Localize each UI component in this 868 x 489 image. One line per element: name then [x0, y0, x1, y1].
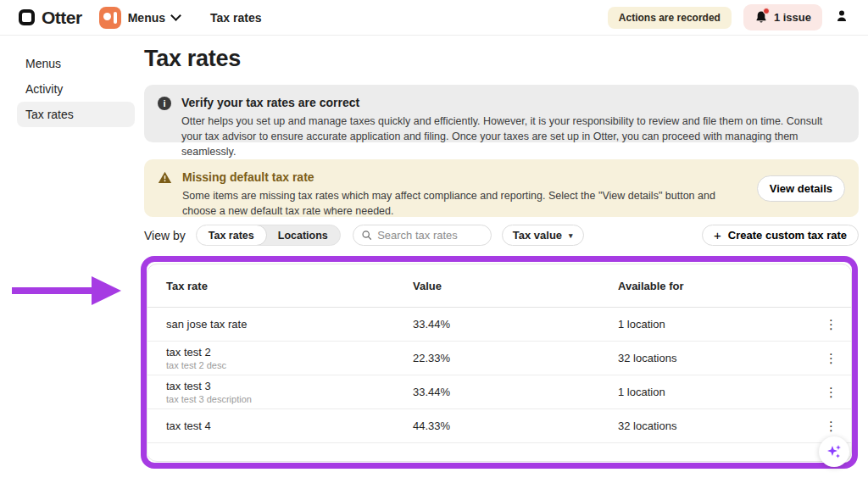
segment-tax-rates[interactable]: Tax rates: [196, 225, 267, 246]
sparkles-icon: [825, 442, 843, 461]
search-icon: [362, 230, 371, 241]
tax-rate-value: 44.33%: [413, 420, 618, 432]
view-by-label: View by: [144, 229, 186, 242]
table-footer-spacer: [147, 443, 851, 461]
actions-recorded-badge: Actions are recorded: [608, 7, 732, 29]
tax-rate-name: tax test 3: [166, 380, 413, 392]
row-kebab-menu-icon[interactable]: ⋮: [820, 416, 843, 436]
table-header-row: Tax rate Value Available for: [147, 264, 851, 308]
row-kebab-menu-icon[interactable]: ⋮: [820, 314, 843, 334]
tax-rate-name: tax test 4: [166, 420, 413, 432]
tax-rate-available: 1 location: [618, 318, 817, 331]
tax-rate-value: 33.44%: [413, 318, 618, 331]
warning-banner: Missing default tax rate Some items are …: [144, 159, 859, 217]
app-window: Otter Menus Tax rates Actions are record…: [0, 0, 868, 489]
info-banner: i Verify your tax rates are correct Otte…: [144, 85, 859, 142]
main-content: Tax rates i Verify your tax rates are co…: [144, 46, 859, 72]
table-row[interactable]: tax test 3 tax test 3 description 33.44%…: [147, 375, 851, 409]
tax-rate-available: 32 locations: [618, 352, 817, 364]
row-kebab-menu-icon[interactable]: ⋮: [820, 348, 843, 368]
page-title: Tax rates: [144, 46, 859, 72]
sort-dropdown-value: Tax value: [513, 229, 562, 242]
table-row[interactable]: tax test 4 44.33% 32 locations ⋮: [147, 409, 851, 443]
info-banner-body: Otter helps you set up and manage taxes …: [181, 114, 845, 159]
person-icon: [834, 8, 849, 24]
otter-brand[interactable]: Otter: [19, 8, 82, 28]
tax-rate-description: tax test 2 desc: [166, 360, 413, 370]
sidebar-item-tax-rates[interactable]: Tax rates: [17, 102, 135, 127]
warning-triangle-icon: [158, 171, 172, 206]
issues-count: 1 issue: [774, 11, 811, 24]
sidebar-item-menus[interactable]: Menus: [17, 51, 135, 76]
app-switcher-menus[interactable]: Menus: [99, 7, 180, 29]
warning-banner-title: Missing default tax rate: [182, 170, 742, 184]
info-icon: i: [158, 97, 171, 110]
sidebar-item-activity[interactable]: Activity: [17, 76, 135, 102]
menus-app-icon: [99, 7, 121, 29]
search-box: [353, 225, 492, 246]
column-header-value: Value: [413, 280, 618, 292]
search-input[interactable]: [377, 229, 482, 242]
notification-dot-icon: [763, 8, 770, 14]
ai-assistant-button[interactable]: [819, 436, 849, 467]
breadcrumb: Tax rates: [210, 11, 261, 25]
sidebar-nav: Menus Activity Tax rates: [17, 51, 135, 127]
table-row[interactable]: san jose tax rate 33.44% 1 location ⋮: [147, 308, 851, 342]
chevron-down-icon: [170, 10, 181, 21]
tax-rate-available: 1 location: [618, 386, 817, 398]
user-avatar-button[interactable]: [834, 8, 849, 27]
warning-banner-body: Some items are missing tax rates which m…: [182, 188, 742, 219]
column-header-available-for: Available for: [618, 280, 817, 292]
tax-rate-description: tax test 3 description: [166, 394, 413, 404]
annotation-arrow: [10, 271, 125, 310]
otter-logo-icon: [19, 9, 35, 25]
tax-rate-available: 32 locations: [618, 420, 817, 432]
tax-rate-value: 33.44%: [413, 386, 618, 398]
caret-down-icon: ▾: [569, 231, 573, 240]
filter-row: View by Tax rates Locations Tax value ▾ …: [144, 225, 859, 246]
view-details-button[interactable]: View details: [757, 175, 845, 202]
brand-name: Otter: [42, 8, 82, 28]
create-button-label: Create custom tax rate: [728, 229, 847, 242]
bell-icon: [754, 10, 768, 25]
issues-button[interactable]: 1 issue: [743, 4, 822, 31]
view-by-segmented-control: Tax rates Locations: [196, 225, 341, 246]
tax-rate-name: tax test 2: [166, 346, 413, 358]
tax-rates-table: Tax rate Value Available for san jose ta…: [147, 264, 852, 462]
tax-rate-name: san jose tax rate: [166, 318, 413, 331]
plus-icon: +: [714, 228, 721, 242]
table-row[interactable]: tax test 2 tax test 2 desc 22.33% 32 loc…: [147, 342, 851, 375]
topbar-right: Actions are recorded 1 issue: [608, 4, 849, 31]
info-banner-title: Verify your tax rates are correct: [181, 96, 845, 109]
column-header-tax-rate: Tax rate: [166, 280, 413, 292]
sort-dropdown[interactable]: Tax value ▾: [502, 225, 584, 246]
create-custom-tax-rate-button[interactable]: + Create custom tax rate: [702, 225, 859, 246]
tax-rate-value: 22.33%: [413, 352, 618, 364]
segment-locations[interactable]: Locations: [266, 225, 340, 245]
top-header: Otter Menus Tax rates Actions are record…: [0, 0, 868, 36]
app-switcher-label: Menus: [128, 11, 165, 25]
row-kebab-menu-icon[interactable]: ⋮: [820, 382, 843, 402]
